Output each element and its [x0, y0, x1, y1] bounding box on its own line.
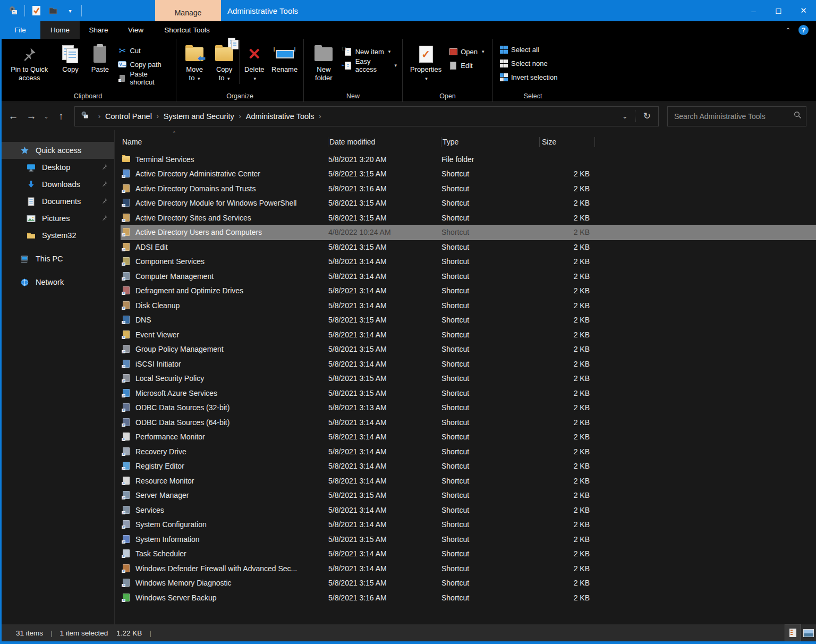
- recent-locations-icon[interactable]: ⌄: [40, 113, 52, 120]
- tab-share[interactable]: Share: [80, 21, 117, 39]
- sidebar-item-this-pc[interactable]: This PC: [0, 250, 114, 267]
- paste-button[interactable]: Paste: [85, 40, 115, 75]
- file-row[interactable]: ↗Local Security Policy5/8/2021 3:15 AMSh…: [121, 371, 816, 386]
- maximize-button[interactable]: ◻: [766, 0, 791, 21]
- file-row[interactable]: ↗Component Services5/8/2021 3:14 AMShort…: [121, 255, 816, 269]
- sidebar-item-downloads[interactable]: Downloads: [0, 176, 114, 193]
- sidebar-item-documents[interactable]: Documents: [0, 193, 114, 210]
- file-row[interactable]: ↗Windows Server Backup5/8/2021 3:16 AMSh…: [121, 590, 816, 605]
- file-row[interactable]: ↗Computer Management5/8/2021 3:14 AMShor…: [121, 269, 816, 284]
- admin-tools-app-icon[interactable]: [7, 5, 19, 16]
- file-row[interactable]: ↗Defragment and Optimize Drives5/8/2021 …: [121, 284, 816, 299]
- file-row[interactable]: ↗ADSI Edit5/8/2021 3:15 AMShortcut2 KB: [121, 240, 816, 255]
- up-icon[interactable]: ↑: [52, 111, 70, 122]
- file-row[interactable]: ↗Recovery Drive5/8/2021 3:14 AMShortcut2…: [121, 444, 816, 459]
- qat-customize-dropdown[interactable]: ▾: [64, 5, 76, 16]
- file-size: 2 KB: [540, 243, 595, 251]
- file-row[interactable]: ↗Server Manager5/8/2021 3:15 AMShortcut2…: [121, 488, 816, 503]
- file-row[interactable]: Terminal Services5/8/2021 3:20 AMFile fo…: [121, 152, 816, 167]
- file-row[interactable]: ↗ODBC Data Sources (32-bit)5/8/2021 3:13…: [121, 401, 816, 416]
- copy-path-button[interactable]: Copy path: [118, 59, 171, 70]
- file-row[interactable]: ↗Windows Defender Firewall with Advanced…: [121, 561, 816, 576]
- thumbnails-view-button[interactable]: [801, 624, 816, 641]
- file-row[interactable]: ↗System Information5/8/2021 3:15 AMShort…: [121, 532, 816, 547]
- file-size: 2 KB: [540, 506, 595, 514]
- file-row[interactable]: ↗Active Directory Users and Computers4/8…: [121, 225, 816, 240]
- file-row[interactable]: ↗Resource Monitor5/8/2021 3:14 AMShortcu…: [121, 473, 816, 488]
- sidebar-item-desktop[interactable]: Desktop: [0, 159, 114, 176]
- file-row[interactable]: ↗Event Viewer5/8/2021 3:14 AMShortcut2 K…: [121, 327, 816, 342]
- breadcrumb[interactable]: › Control Panel › System and Security › …: [74, 106, 659, 126]
- back-icon[interactable]: ←: [4, 111, 22, 122]
- manage-contextual-tab[interactable]: Manage: [155, 0, 221, 21]
- crumb-system-and-security[interactable]: System and Security: [164, 112, 234, 121]
- computer-management-icon: ↗: [122, 272, 131, 281]
- pin-to-quick-access-button[interactable]: Pin to Quick access: [3, 40, 55, 84]
- crumb-administrative-tools[interactable]: Administrative Tools: [246, 112, 314, 121]
- file-row[interactable]: ↗ODBC Data Sources (64-bit)5/8/2021 3:14…: [121, 415, 816, 430]
- invert-selection-button[interactable]: Invert selection: [499, 72, 557, 82]
- file-row[interactable]: ↗Performance Monitor5/8/2021 3:14 AMShor…: [121, 430, 816, 445]
- column-header-type[interactable]: Type: [441, 134, 540, 150]
- minimize-button[interactable]: –: [741, 0, 766, 21]
- search-icon[interactable]: [794, 111, 802, 121]
- new-item-button[interactable]: ❐ New item▾: [344, 46, 397, 57]
- move-to-button[interactable]: ⬅ Move to ▾: [180, 40, 209, 84]
- file-date-modified: 5/8/2021 3:15 AM: [328, 579, 441, 587]
- file-row[interactable]: ↗Active Directory Module for Windows Pow…: [121, 196, 816, 211]
- file-row[interactable]: ↗Microsoft Azure Services5/8/2021 3:15 A…: [121, 386, 816, 401]
- tab-shortcut-tools[interactable]: Shortcut Tools: [154, 21, 220, 39]
- file-row[interactable]: ↗DNS5/8/2021 3:15 AMShortcut2 KB: [121, 313, 816, 328]
- file-row[interactable]: ↗Active Directory Domains and Trusts5/8/…: [121, 181, 816, 196]
- sidebar-item-system32[interactable]: System32: [0, 227, 114, 244]
- paste-shortcut-button[interactable]: ↗ Paste shortcut: [118, 73, 171, 83]
- sidebar-item-pictures[interactable]: Pictures: [0, 210, 114, 227]
- file-date-modified: 5/8/2021 3:14 AM: [328, 549, 441, 558]
- copy-to-button[interactable]: Copy to ▾: [209, 40, 239, 84]
- tab-home[interactable]: Home: [40, 21, 80, 39]
- cut-button[interactable]: ✂ Cut: [118, 45, 171, 56]
- file-row[interactable]: ↗System Configuration5/8/2021 3:14 AMSho…: [121, 518, 816, 532]
- properties-button[interactable]: ✓ Properties▾: [406, 40, 446, 84]
- rename-icon: [276, 43, 294, 65]
- search-box[interactable]: [667, 106, 806, 126]
- search-input[interactable]: [674, 112, 794, 121]
- rename-button[interactable]: Rename: [269, 40, 300, 75]
- crumb-control-panel[interactable]: Control Panel: [105, 112, 152, 121]
- easy-access-button[interactable]: ⌁ Easy access▾: [344, 60, 397, 71]
- address-dropdown-icon[interactable]: ⌄: [615, 112, 635, 120]
- file-date-modified: 5/8/2021 3:15 AM: [328, 199, 441, 207]
- file-row[interactable]: ↗Group Policy Management5/8/2021 3:15 AM…: [121, 342, 816, 357]
- copy-button[interactable]: Copy: [55, 40, 85, 75]
- file-row[interactable]: ↗Services5/8/2021 3:14 AMShortcut2 KB: [121, 503, 816, 518]
- sidebar-item-quick-access[interactable]: Quick access: [0, 142, 114, 159]
- qat-new-folder-icon[interactable]: [47, 5, 59, 16]
- delete-button[interactable]: ✕ Delete▾: [239, 40, 269, 84]
- file-row[interactable]: ↗Active Directory Sites and Services5/8/…: [121, 210, 816, 225]
- file-row[interactable]: ↗iSCSI Initiator5/8/2021 3:14 AMShortcut…: [121, 357, 816, 371]
- close-button[interactable]: ✕: [791, 0, 816, 21]
- tab-file[interactable]: File: [0, 21, 40, 39]
- column-header-size[interactable]: Size: [540, 134, 595, 150]
- column-header-name[interactable]: Name ⌃: [121, 134, 328, 150]
- open-button[interactable]: Open▾: [449, 46, 484, 57]
- tab-view[interactable]: View: [117, 21, 154, 39]
- new-folder-button[interactable]: New folder: [307, 40, 341, 84]
- file-type: Shortcut: [441, 564, 540, 573]
- select-none-button[interactable]: Select none: [499, 58, 557, 69]
- file-row[interactable]: ↗Task Scheduler5/8/2021 3:14 AMShortcut2…: [121, 547, 816, 562]
- select-all-button[interactable]: Select all: [499, 44, 557, 55]
- column-header-date-modified[interactable]: Date modified: [328, 134, 441, 150]
- file-row[interactable]: ↗Windows Memory Diagnostic5/8/2021 3:15 …: [121, 576, 816, 591]
- qat-properties-icon[interactable]: [30, 5, 42, 16]
- help-icon[interactable]: ?: [798, 25, 809, 35]
- sidebar-item-network[interactable]: Network: [0, 274, 114, 291]
- minimize-ribbon-icon[interactable]: ⌃: [785, 27, 791, 34]
- details-view-button[interactable]: [785, 624, 801, 641]
- file-row[interactable]: ↗Active Directory Administrative Center5…: [121, 167, 816, 182]
- edit-button[interactable]: Edit: [449, 60, 484, 71]
- forward-icon[interactable]: →: [22, 111, 40, 122]
- refresh-icon[interactable]: ↻: [635, 111, 658, 122]
- file-row[interactable]: ↗Disk Cleanup5/8/2021 3:14 AMShortcut2 K…: [121, 298, 816, 313]
- file-row[interactable]: ↗Registry Editor5/8/2021 3:14 AMShortcut…: [121, 459, 816, 474]
